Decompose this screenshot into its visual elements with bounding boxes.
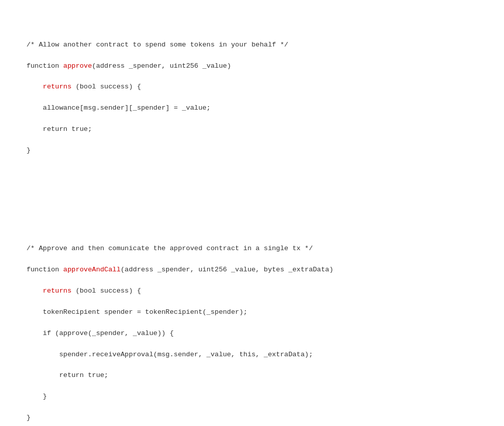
approve-close: } xyxy=(26,147,30,154)
comment-approve: /* Allow another contract to spend some … xyxy=(26,41,288,49)
aac-body-2: if (approve(_spender, _value)) { xyxy=(26,329,174,337)
aac-body-3: spender.receiveApproval(msg.sender, _val… xyxy=(26,351,313,358)
approve-and-call-params: (address _spender, uint256 _value, bytes… xyxy=(121,266,333,273)
aac-body-1: tokenRecipient spender = tokenRecipient(… xyxy=(26,308,247,316)
aac-returns: (bool success) { xyxy=(72,287,141,295)
returns-keyword-aac: returns xyxy=(43,287,72,295)
approve-indent xyxy=(26,83,42,90)
approve-name: approve xyxy=(63,62,92,70)
comment-approve-and-call: /* Approve and then comunicate the appro… xyxy=(26,245,313,252)
approve-section: /* Allow another contract to spend some … xyxy=(10,29,494,167)
approve-returns: (bool success) { xyxy=(72,83,141,90)
approve-and-call-section: /* Approve and then comunicate the appro… xyxy=(10,233,494,426)
code-container: /* Allow another contract to spend some … xyxy=(10,8,494,426)
function-keyword-aac: function xyxy=(26,266,63,273)
approve-and-call-name: approveAndCall xyxy=(63,266,120,273)
returns-keyword-approve: returns xyxy=(43,83,72,90)
aac-body-4: return true; xyxy=(26,371,108,379)
approve-params: (address _spender, uint256 _value) xyxy=(92,62,231,70)
aac-body-5: } xyxy=(26,393,47,400)
function-keyword-approve: function xyxy=(26,62,63,70)
approve-body-2: return true; xyxy=(26,125,92,133)
aac-close: } xyxy=(26,414,30,421)
aac-indent xyxy=(26,287,42,295)
approve-body-1: allowance[msg.sender][_spender] = _value… xyxy=(26,104,211,112)
